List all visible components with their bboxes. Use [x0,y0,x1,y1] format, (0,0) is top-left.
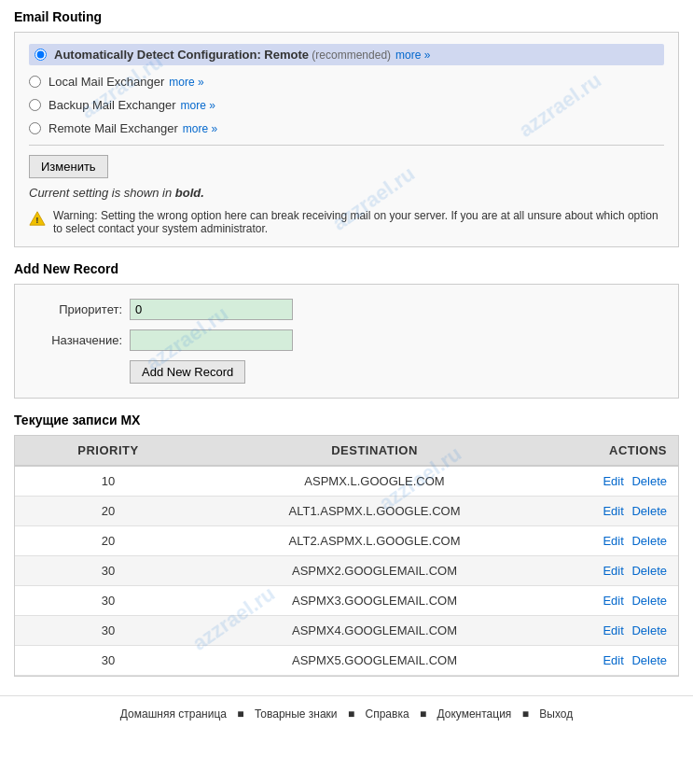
routing-option-1-more[interactable]: more » [395,49,430,62]
cell-actions: Edit Delete [547,646,678,676]
add-record-btn-row: Add New Record [29,360,664,384]
routing-option-2-label: Local Mail Exchanger [49,75,164,89]
edit-link[interactable]: Edit [603,623,623,637]
warning-text: Warning: Setting the wrong option here c… [53,209,664,235]
cell-priority: 30 [15,556,201,586]
cell-actions: Edit Delete [547,497,678,526]
col-actions: Actions [547,436,678,466]
routing-radio-2[interactable] [29,76,41,88]
routing-option-3-more[interactable]: more » [181,99,215,112]
footer-link[interactable]: Выход [539,707,573,721]
priority-input[interactable] [130,299,293,320]
cell-destination: ASPMX4.GOOGLEMAIL.COM [201,616,547,646]
destination-input[interactable] [130,329,293,351]
col-priority: Priority [15,436,201,466]
table-row: 30ASPMX3.GOOGLEMAIL.COMEdit Delete [15,586,678,616]
cell-destination: ALT1.ASPMX.L.GOOGLE.COM [201,497,547,526]
warning-icon: ! [29,210,46,227]
footer-separator: ■ [519,707,532,721]
footer: Домашняя страница ■ Товарные знаки ■ Спр… [0,695,693,732]
table-row: 20ALT1.ASPMX.L.GOOGLE.COMEdit Delete [15,497,678,526]
cell-actions: Edit Delete [547,616,678,646]
cell-actions: Edit Delete [547,556,678,586]
routing-option-1[interactable]: Automatically Detect Configuration: Remo… [29,44,664,65]
divider [29,145,664,146]
routing-radio-3[interactable] [29,99,41,111]
add-record-button[interactable]: Add New Record [130,360,245,384]
priority-row: Приоритет: [29,299,664,320]
edit-link[interactable]: Edit [603,653,623,667]
cell-destination: ASPMX.L.GOOGLE.COM [201,466,547,497]
email-routing-box: Automatically Detect Configuration: Remo… [14,32,679,247]
edit-link[interactable]: Edit [603,594,623,608]
priority-label: Приоритет: [29,302,122,316]
routing-option-1-label: Automatically Detect Configuration: Remo… [54,48,309,62]
edit-link[interactable]: Edit [603,534,623,548]
cell-priority: 10 [15,466,201,497]
add-record-box: Приоритет: Назначение: Add New Record [14,284,679,399]
delete-link[interactable]: Delete [631,534,667,548]
cell-destination: ASPMX3.GOOGLEMAIL.COM [201,586,547,616]
cell-actions: Edit Delete [547,466,678,497]
table-row: 30ASPMX5.GOOGLEMAIL.COMEdit Delete [15,646,678,676]
routing-option-4-label: Remote Mail Exchanger [49,121,178,135]
cell-actions: Edit Delete [547,586,678,616]
table-row: 30ASPMX4.GOOGLEMAIL.COMEdit Delete [15,616,678,646]
cell-destination: ASPMX2.GOOGLEMAIL.COM [201,556,547,586]
cell-actions: Edit Delete [547,526,678,556]
routing-option-2-more[interactable]: more » [169,76,203,89]
col-destination: Destination [201,436,547,466]
destination-label: Назначение: [29,333,122,347]
delete-link[interactable]: Delete [631,564,667,578]
svg-text:!: ! [35,215,38,225]
edit-link[interactable]: Edit [603,474,623,488]
cell-destination: ALT2.ASPMX.L.GOOGLE.COM [201,526,547,556]
routing-radio-4[interactable] [29,122,41,134]
mx-table: Priority Destination Actions 10ASPMX.L.G… [15,436,678,676]
cell-priority: 20 [15,497,201,526]
routing-option-1-recommended: (recommended) [309,49,391,62]
edit-link[interactable]: Edit [603,564,623,578]
footer-link[interactable]: Документация [437,707,512,721]
routing-option-3[interactable]: Backup Mail Exchanger more » [29,98,664,112]
footer-link[interactable]: Домашняя страница [120,707,227,721]
table-row: 20ALT2.ASPMX.L.GOOGLE.COMEdit Delete [15,526,678,556]
change-button[interactable]: Изменить [29,155,108,178]
footer-separator: ■ [417,707,430,721]
footer-link[interactable]: Товарные знаки [255,707,338,721]
mx-records-title: Текущие записи MX [14,413,679,427]
cell-priority: 20 [15,526,201,556]
routing-option-4[interactable]: Remote Mail Exchanger more » [29,121,664,135]
footer-separator: ■ [345,707,358,721]
delete-link[interactable]: Delete [631,474,667,488]
mx-table-box: Priority Destination Actions 10ASPMX.L.G… [14,435,679,677]
edit-link[interactable]: Edit [603,504,623,518]
delete-link[interactable]: Delete [631,653,667,667]
delete-link[interactable]: Delete [631,623,667,637]
current-setting-text: Current setting is shown in bold. [29,186,664,200]
warning-box: ! Warning: Setting the wrong option here… [29,209,664,235]
routing-option-3-label: Backup Mail Exchanger [49,98,176,112]
delete-link[interactable]: Delete [631,594,667,608]
cell-priority: 30 [15,586,201,616]
mx-table-header-row: Priority Destination Actions [15,436,678,466]
add-new-record-title: Add New Record [14,261,679,276]
delete-link[interactable]: Delete [631,504,667,518]
table-row: 10ASPMX.L.GOOGLE.COMEdit Delete [15,466,678,497]
cell-priority: 30 [15,646,201,676]
destination-row: Назначение: [29,329,664,351]
table-row: 30ASPMX2.GOOGLEMAIL.COMEdit Delete [15,556,678,586]
routing-option-2[interactable]: Local Mail Exchanger more » [29,75,664,89]
footer-separator: ■ [234,707,247,721]
routing-radio-1[interactable] [35,49,47,61]
cell-destination: ASPMX5.GOOGLEMAIL.COM [201,646,547,676]
cell-priority: 30 [15,616,201,646]
routing-option-4-more[interactable]: more » [183,122,217,135]
footer-link[interactable]: Справка [366,707,409,721]
email-routing-title: Email Routing [14,9,679,24]
